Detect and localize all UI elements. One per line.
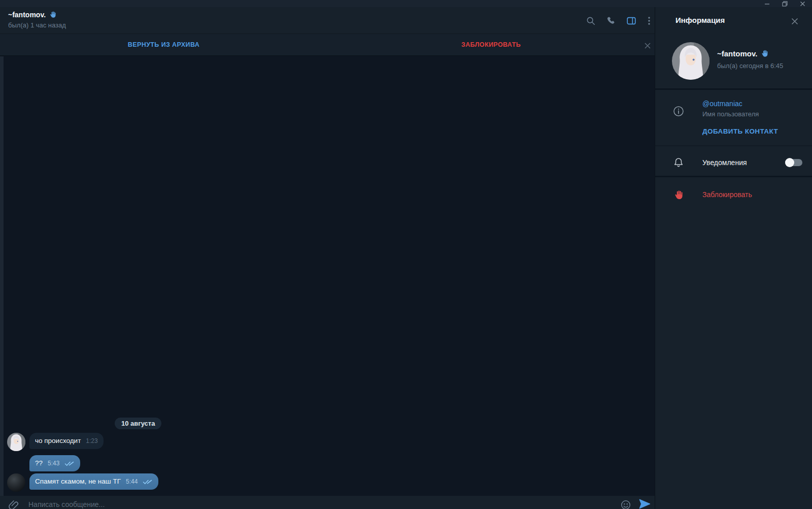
- window-restore-button[interactable]: [777, 0, 792, 7]
- sidebar-panel-icon: [626, 15, 637, 26]
- restore-icon: [782, 1, 788, 7]
- three-dots-icon: [645, 16, 654, 26]
- smiley-icon: [620, 499, 631, 509]
- message-history: 10 августа чо происходит 1:23 ?? 5:43: [0, 56, 655, 496]
- section-divider: [655, 145, 812, 146]
- double-check-icon: [143, 479, 153, 485]
- phone-icon: [606, 16, 616, 26]
- contact-avatar-image: [7, 433, 25, 451]
- add-contact-button[interactable]: ДОБАВИТЬ КОНТАКТ: [702, 128, 778, 135]
- own-avatar[interactable]: [7, 473, 25, 492]
- profile-avatar[interactable]: [672, 42, 709, 80]
- chat-title-text: ~fantomov.: [8, 11, 46, 19]
- search-button[interactable]: [584, 14, 597, 27]
- paperclip-icon: [8, 499, 20, 509]
- profile-name-text: ~fantomov.: [717, 49, 757, 58]
- archive-action-banner: ВЕРНУТЬ ИЗ АРХИВА ЗАБЛОКИРОВАТЬ: [0, 34, 655, 56]
- date-badge[interactable]: 10 августа: [115, 418, 161, 429]
- profile-avatar-image: [672, 42, 709, 80]
- info-icon: [672, 105, 685, 117]
- section-divider: [655, 176, 812, 177]
- notifications-label: Уведомления: [702, 158, 747, 167]
- message-bubble-incoming[interactable]: чо происходит 1:23: [29, 433, 104, 449]
- info-icon-wrap: [672, 105, 685, 118]
- window-titlebar: [0, 0, 812, 7]
- chat-title: ~fantomov.: [8, 11, 57, 19]
- block-icon-wrap: [672, 188, 685, 202]
- contact-avatar[interactable]: [7, 433, 25, 451]
- close-icon: [644, 42, 652, 50]
- message-time: 5:44: [126, 478, 138, 485]
- notifications-toggle[interactable]: [785, 157, 802, 167]
- composer-bar: Написать сообщение...: [0, 496, 655, 509]
- block-user-button[interactable]: Заблокировать: [702, 190, 752, 199]
- double-check-icon: [64, 461, 75, 466]
- username-link[interactable]: @outmaniac: [702, 100, 742, 108]
- info-panel-title: Информация: [675, 16, 725, 24]
- message-text: Спамят скамом, не наш ТГ: [35, 478, 121, 485]
- message-text: чо происходит: [35, 437, 81, 444]
- info-panel: Информация ~fantomov. был(а) сегодня в 6…: [655, 7, 812, 509]
- unarchive-button[interactable]: ВЕРНУТЬ ИЗ АРХИВА: [0, 34, 327, 55]
- message-bubble-outgoing[interactable]: Спамят скамом, не наш ТГ 5:44: [29, 473, 158, 490]
- message-time: 5:43: [48, 460, 59, 467]
- close-icon: [800, 1, 805, 7]
- send-plane-icon: [638, 498, 651, 509]
- banner-block-button[interactable]: ЗАБЛОКИРОВАТЬ: [327, 34, 655, 55]
- attach-button[interactable]: [8, 499, 20, 509]
- toggle-knob: [785, 158, 794, 167]
- username-label: Имя пользователя: [702, 110, 759, 118]
- more-menu-button[interactable]: [642, 14, 656, 27]
- message-bubble-outgoing[interactable]: ?? 5:43: [29, 455, 80, 471]
- emoji-button[interactable]: [620, 499, 632, 509]
- chat-status: был(а) 1 час назад: [8, 21, 66, 29]
- chat-header[interactable]: ~fantomov. был(а) 1 час назад: [0, 7, 655, 34]
- message-input[interactable]: Написать сообщение...: [28, 500, 105, 508]
- waving-hand-icon: [760, 49, 769, 58]
- search-icon: [586, 16, 596, 26]
- close-icon: [790, 17, 799, 26]
- info-panel-close-button[interactable]: [790, 17, 799, 26]
- profile-last-seen: был(а) сегодня в 6:45: [717, 62, 783, 70]
- chatlist-resize-edge[interactable]: [0, 56, 4, 496]
- waving-hand-icon: [49, 11, 57, 19]
- chat-column: ~fantomov. был(а) 1 час назад ВЕРНУТЬ ИЗ…: [0, 7, 655, 509]
- profile-name: ~fantomov.: [717, 49, 769, 58]
- minimize-icon: [764, 1, 770, 7]
- bell-icon: [672, 156, 685, 169]
- section-divider: [655, 88, 812, 90]
- message-text: ??: [35, 459, 43, 467]
- banner-close-button[interactable]: [644, 42, 652, 50]
- window-close-button[interactable]: [795, 0, 810, 7]
- call-button[interactable]: [604, 14, 618, 27]
- message-time: 1:23: [86, 437, 97, 444]
- toggle-info-panel-button[interactable]: [625, 14, 638, 27]
- window-minimize-button[interactable]: [759, 0, 774, 7]
- bell-icon-wrap: [672, 156, 685, 169]
- stop-hand-icon: [673, 189, 684, 201]
- send-button[interactable]: [638, 498, 651, 509]
